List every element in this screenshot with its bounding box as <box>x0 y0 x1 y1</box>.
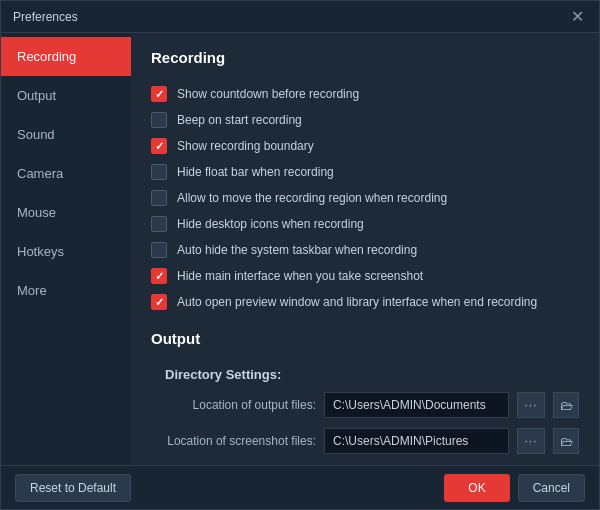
checkbox-float-bar[interactable] <box>151 164 167 180</box>
output-section: Output Directory Settings: Location of o… <box>151 330 579 465</box>
sidebar-item-hotkeys[interactable]: Hotkeys <box>1 232 131 271</box>
checkbox-row-countdown: Show countdown before recording <box>151 86 579 102</box>
checkbox-row-desktop-icons: Hide desktop icons when recording <box>151 216 579 232</box>
footer-right-buttons: OK Cancel <box>444 474 585 502</box>
checkbox-beep[interactable] <box>151 112 167 128</box>
checkbox-label-float-bar: Hide float bar when recording <box>177 165 334 179</box>
checkbox-row-auto-open: Auto open preview window and library int… <box>151 294 579 310</box>
output-files-folder-button[interactable]: 🗁 <box>553 392 579 418</box>
output-files-dots-button[interactable]: ··· <box>517 392 545 418</box>
checkbox-row-main-interface: Hide main interface when you take screen… <box>151 268 579 284</box>
directory-settings-label: Directory Settings: <box>151 367 579 382</box>
checkbox-main-interface[interactable] <box>151 268 167 284</box>
output-files-row: Location of output files: ··· 🗁 <box>151 392 579 418</box>
checkbox-row-float-bar: Hide float bar when recording <box>151 164 579 180</box>
sidebar-item-output[interactable]: Output <box>1 76 131 115</box>
main-content: Recording Show countdown before recordin… <box>131 33 599 465</box>
checkbox-move-region[interactable] <box>151 190 167 206</box>
output-section-title: Output <box>151 330 579 353</box>
checkbox-label-main-interface: Hide main interface when you take screen… <box>177 269 423 283</box>
output-files-input[interactable] <box>324 392 509 418</box>
recording-section-title: Recording <box>151 49 579 72</box>
sidebar-item-mouse[interactable]: Mouse <box>1 193 131 232</box>
content-area: Recording Output Sound Camera Mouse Hotk… <box>1 33 599 465</box>
checkbox-row-beep: Beep on start recording <box>151 112 579 128</box>
screenshot-files-input[interactable] <box>324 428 509 454</box>
sidebar: Recording Output Sound Camera Mouse Hotk… <box>1 33 131 465</box>
checkbox-row-taskbar: Auto hide the system taskbar when record… <box>151 242 579 258</box>
checkbox-row-move-region: Allow to move the recording region when … <box>151 190 579 206</box>
checkbox-desktop-icons[interactable] <box>151 216 167 232</box>
checkbox-label-auto-open: Auto open preview window and library int… <box>177 295 537 309</box>
close-button[interactable]: ✕ <box>567 7 587 27</box>
footer: Reset to Default OK Cancel <box>1 465 599 509</box>
sidebar-item-sound[interactable]: Sound <box>1 115 131 154</box>
checkbox-countdown[interactable] <box>151 86 167 102</box>
screenshot-files-label: Location of screenshot files: <box>151 434 316 448</box>
directory-settings: Directory Settings: Location of output f… <box>151 367 579 454</box>
checkbox-auto-open[interactable] <box>151 294 167 310</box>
reset-to-default-button[interactable]: Reset to Default <box>15 474 131 502</box>
cancel-button[interactable]: Cancel <box>518 474 585 502</box>
sidebar-item-more[interactable]: More <box>1 271 131 310</box>
checkbox-label-beep: Beep on start recording <box>177 113 302 127</box>
sidebar-item-camera[interactable]: Camera <box>1 154 131 193</box>
ok-button[interactable]: OK <box>444 474 509 502</box>
preferences-dialog: Preferences ✕ Recording Output Sound Cam… <box>0 0 600 510</box>
checkbox-taskbar[interactable] <box>151 242 167 258</box>
checkbox-label-move-region: Allow to move the recording region when … <box>177 191 447 205</box>
checkbox-label-taskbar: Auto hide the system taskbar when record… <box>177 243 417 257</box>
screenshot-files-folder-button[interactable]: 🗁 <box>553 428 579 454</box>
title-bar: Preferences ✕ <box>1 1 599 33</box>
checkbox-label-desktop-icons: Hide desktop icons when recording <box>177 217 364 231</box>
checkbox-label-boundary: Show recording boundary <box>177 139 314 153</box>
checkbox-boundary[interactable] <box>151 138 167 154</box>
screenshot-files-dots-button[interactable]: ··· <box>517 428 545 454</box>
output-files-label: Location of output files: <box>151 398 316 412</box>
checkbox-label-countdown: Show countdown before recording <box>177 87 359 101</box>
title-bar-text: Preferences <box>13 10 78 24</box>
screenshot-files-row: Location of screenshot files: ··· 🗁 <box>151 428 579 454</box>
checkbox-row-boundary: Show recording boundary <box>151 138 579 154</box>
sidebar-item-recording[interactable]: Recording <box>1 37 131 76</box>
